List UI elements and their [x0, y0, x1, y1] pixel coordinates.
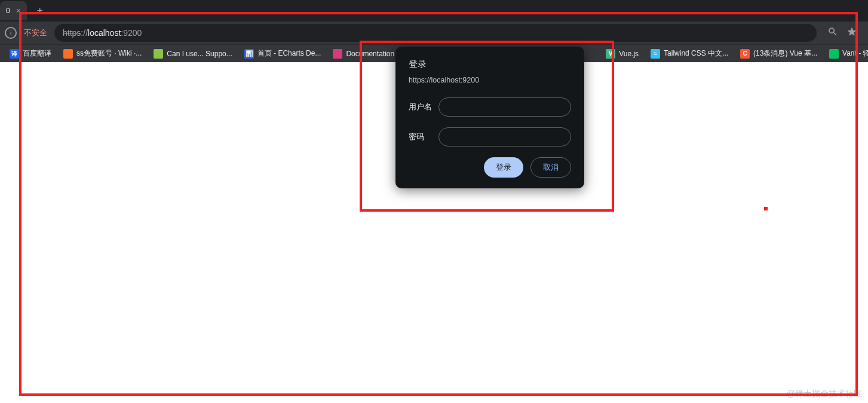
- favicon-icon: V: [606, 49, 615, 59]
- bookmark-label: (13条消息) Vue 基...: [753, 48, 817, 59]
- bookmark-label: Documentation: [346, 50, 394, 58]
- annotation-dot: [764, 207, 768, 210]
- url-host: localhost: [88, 28, 121, 38]
- dialog-origin: https://localhost:9200: [409, 76, 571, 84]
- password-row: 密码: [409, 127, 571, 146]
- bookmark-item[interactable]: Can I use... Suppo...: [149, 47, 237, 60]
- bookmark-item[interactable]: Vant - 轻量: [824, 47, 868, 60]
- password-input[interactable]: [438, 127, 571, 146]
- username-row: 用户名: [409, 97, 571, 117]
- http-auth-dialog: 登录 https://localhost:9200 用户名 密码 登录 取消: [395, 47, 584, 188]
- watermark-text: @稀土掘金技术社区: [787, 389, 862, 399]
- bookmark-label: Vue.js: [619, 50, 639, 58]
- bookmark-item[interactable]: ss免费账号 · Wiki ·...: [59, 47, 146, 60]
- url-port: :9200: [121, 28, 142, 38]
- favicon-icon: [154, 49, 163, 59]
- tab-title: 0: [6, 7, 10, 15]
- favicon-icon: [829, 49, 839, 59]
- bookmark-item[interactable]: ≈Tailwind CSS 中文...: [646, 47, 733, 60]
- bookmark-star-icon[interactable]: [846, 26, 857, 39]
- username-input[interactable]: [438, 97, 571, 117]
- cancel-button[interactable]: 取消: [530, 157, 571, 178]
- bookmark-item[interactable]: VVue.js: [601, 47, 643, 60]
- url-protocol: https: [63, 28, 81, 38]
- browser-tab[interactable]: 0 ×: [0, 1, 27, 20]
- bookmark-label: 首页 - ECharts De...: [257, 48, 321, 59]
- zoom-icon[interactable]: [827, 26, 838, 39]
- favicon-icon: 📊: [244, 49, 254, 59]
- url-omnibox[interactable]: https://localhost:9200: [54, 24, 817, 42]
- favicon-icon: 译: [10, 49, 19, 59]
- close-icon[interactable]: ×: [16, 6, 21, 16]
- bookmark-item[interactable]: 📊首页 - ECharts De...: [240, 47, 326, 60]
- site-info-icon[interactable]: i: [5, 27, 17, 39]
- bookmark-label: Can I use... Suppo...: [167, 50, 232, 58]
- username-label: 用户名: [409, 102, 438, 112]
- bookmark-item[interactable]: C(13条消息) Vue 基...: [735, 47, 822, 60]
- bookmark-label: Vant - 轻量: [842, 48, 868, 59]
- bookmark-label: 百度翻译: [23, 48, 51, 59]
- dialog-buttons: 登录 取消: [409, 157, 571, 178]
- favicon-icon: [333, 49, 342, 59]
- toolbar-icons: [821, 26, 863, 39]
- address-bar-row: i 不安全 https://localhost:9200: [0, 22, 868, 44]
- bookmark-item[interactable]: 译百度翻译: [5, 47, 56, 60]
- login-button[interactable]: 登录: [484, 157, 523, 178]
- bookmark-label: Tailwind CSS 中文...: [664, 48, 728, 59]
- dialog-title: 登录: [409, 59, 571, 70]
- bookmark-label: ss免费账号 · Wiki ·...: [76, 48, 142, 59]
- favicon-icon: C: [740, 49, 750, 59]
- favicon-icon: [63, 49, 73, 59]
- favicon-icon: ≈: [651, 49, 660, 59]
- new-tab-button[interactable]: +: [32, 2, 48, 19]
- url-separator: ://: [81, 28, 88, 38]
- insecure-label: 不安全: [24, 28, 47, 38]
- password-label: 密码: [409, 132, 438, 142]
- tab-strip: 0 × +: [0, 0, 868, 22]
- bookmark-item[interactable]: Documentation: [328, 47, 399, 60]
